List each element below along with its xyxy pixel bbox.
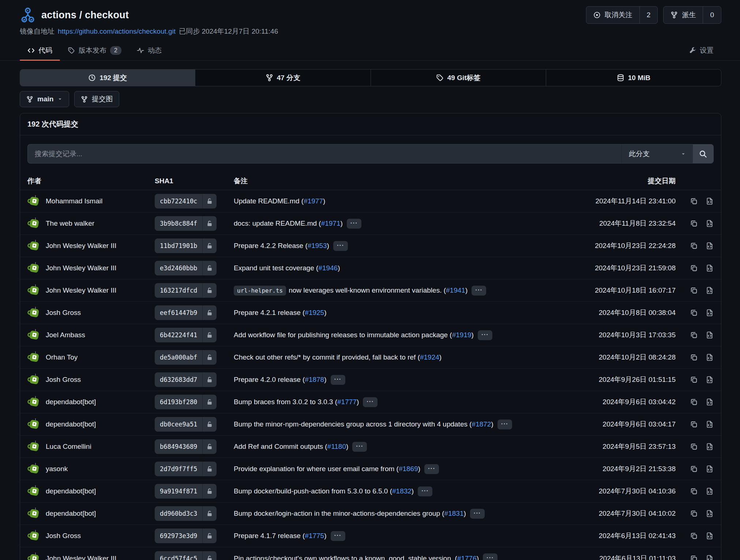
tab-activity[interactable]: 动态 [129,41,169,60]
commit-pr-link[interactable]: #1977 [304,197,323,205]
browse-source-icon[interactable] [706,197,714,205]
copy-sha-icon[interactable] [690,219,698,228]
browse-source-icon[interactable] [706,286,714,294]
commit-author-name[interactable]: Joel Ambass [46,331,85,339]
branch-selector[interactable]: main [20,91,69,107]
copy-sha-icon[interactable] [690,242,698,250]
commit-pr-link[interactable]: #1941 [446,286,465,294]
browse-source-icon[interactable] [706,465,714,473]
stat-commits[interactable]: 192 提交 [20,69,195,86]
commit-pr-link[interactable]: #1869 [399,465,418,473]
browse-source-icon[interactable] [706,532,714,540]
commit-pr-link[interactable]: #1776 [457,555,477,560]
commit-graph-button[interactable]: 提交图 [74,91,119,107]
commit-author-name[interactable]: Mohammad Ismail [46,197,102,205]
commit-sha-badge[interactable]: b684943689 [155,439,217,454]
copy-sha-icon[interactable] [690,487,698,495]
branch-filter-dropdown[interactable]: 此分支 [621,144,693,164]
browse-source-icon[interactable] [706,242,714,250]
browse-source-icon[interactable] [706,309,714,317]
commit-author-name[interactable]: dependabot[bot] [46,510,96,518]
commit-search-input[interactable] [27,144,621,164]
expand-commit-message-button[interactable] [363,397,377,407]
copy-sha-icon[interactable] [690,353,698,361]
commit-sha-badge[interactable]: d632683dd7 [155,372,217,387]
tab-releases[interactable]: 版本发布 2 [60,41,129,60]
forks-count[interactable]: 0 [703,7,721,23]
commit-pr-link[interactable]: #1831 [444,510,464,518]
commit-author-name[interactable]: dependabot[bot] [46,420,96,428]
commit-pr-link[interactable]: #1971 [321,219,341,228]
commit-pr-link[interactable]: #1872 [472,420,491,428]
fork-button[interactable]: 派生 [664,7,703,23]
expand-commit-message-button[interactable] [478,330,492,340]
commit-author-name[interactable]: Josh Gross [46,309,81,317]
expand-commit-message-button[interactable] [497,420,512,429]
commit-search-button[interactable] [693,144,714,164]
commit-pr-link[interactable]: #1832 [392,487,412,495]
copy-sha-icon[interactable] [690,465,698,473]
expand-commit-message-button[interactable] [470,509,485,519]
browse-source-icon[interactable] [706,487,714,495]
commit-pr-link[interactable]: #1953 [308,242,327,250]
copy-sha-icon[interactable] [690,555,698,560]
commit-sha-badge[interactable]: 3b9b8c884f [155,216,217,231]
copy-sha-icon[interactable] [690,376,698,384]
commit-author-name[interactable]: yasonk [46,465,68,473]
copy-sha-icon[interactable] [690,532,698,540]
commit-sha-badge[interactable]: eef61447b9 [155,305,217,320]
commit-author-name[interactable]: dependabot[bot] [46,487,96,495]
unwatch-button[interactable]: 取消关注 [586,7,639,23]
commit-pr-link[interactable]: #1924 [420,353,439,361]
commit-pr-link[interactable]: #1878 [305,376,324,384]
copy-sha-icon[interactable] [690,331,698,339]
commit-author-name[interactable]: Josh Gross [46,376,81,384]
commit-author-name[interactable]: John Wesley Walker III [46,264,116,272]
expand-commit-message-button[interactable] [331,531,345,541]
browse-source-icon[interactable] [706,331,714,339]
copy-sha-icon[interactable] [690,398,698,406]
commit-pr-link[interactable]: #1925 [305,309,324,317]
expand-commit-message-button[interactable] [333,241,348,251]
expand-commit-message-button[interactable] [347,219,361,229]
commit-pr-link[interactable]: #1775 [305,532,324,540]
mirror-url-link[interactable]: https://github.com/actions/checkout.git [58,27,176,35]
commit-sha-badge[interactable]: 163217dfcd [155,283,217,298]
commit-sha-badge[interactable]: 692973e3d9 [155,529,217,543]
copy-sha-icon[interactable] [690,309,698,317]
browse-source-icon[interactable] [706,219,714,228]
commit-author-name[interactable]: John Wesley Walker III [46,286,116,294]
commit-sha-badge[interactable]: de5a000abf [155,350,217,365]
expand-commit-message-button[interactable] [352,442,367,452]
copy-sha-icon[interactable] [690,197,698,205]
browse-source-icon[interactable] [706,555,714,560]
expand-commit-message-button[interactable] [472,286,486,296]
commit-pr-link[interactable]: #1777 [337,398,357,406]
browse-source-icon[interactable] [706,510,714,518]
stat-branches[interactable]: 47 分支 [195,69,371,86]
copy-sha-icon[interactable] [690,420,698,428]
expand-commit-message-button[interactable] [331,375,345,385]
commit-sha-badge[interactable]: 9a9194f871 [155,484,217,499]
commit-sha-badge[interactable]: dd960bd3c3 [155,506,217,521]
expand-commit-message-button[interactable] [424,464,439,474]
commit-pr-link[interactable]: #1180 [327,443,346,451]
copy-sha-icon[interactable] [690,510,698,518]
stat-tags[interactable]: 49 Git标签 [371,69,546,86]
copy-sha-icon[interactable] [690,264,698,272]
repo-title[interactable]: actions / checkout [41,10,129,21]
tab-code[interactable]: 代码 [20,41,60,60]
commit-author-name[interactable]: John Wesley Walker III [46,555,116,560]
commit-author-name[interactable]: Luca Comellini [46,443,91,451]
expand-commit-message-button[interactable] [418,486,432,496]
copy-sha-icon[interactable] [690,443,698,451]
commit-author-name[interactable]: dependabot[bot] [46,398,96,406]
browse-source-icon[interactable] [706,376,714,384]
commit-sha-badge[interactable]: 6ccd57f4c5 [155,551,217,560]
watchers-count[interactable]: 2 [639,7,658,23]
commit-author-name[interactable]: Orhan Toy [46,353,78,361]
stat-size[interactable]: 10 MiB [546,69,721,86]
commit-author-name[interactable]: Josh Gross [46,532,81,540]
commit-sha-badge[interactable]: 11bd71901b [155,238,217,253]
browse-source-icon[interactable] [706,420,714,428]
